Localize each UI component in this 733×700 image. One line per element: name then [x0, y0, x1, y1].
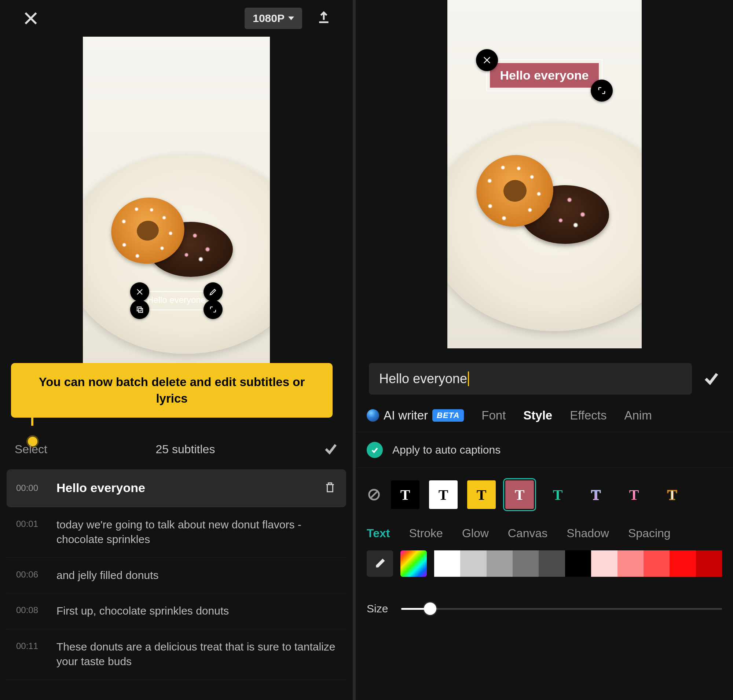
tab-style[interactable]: Style — [523, 409, 552, 422]
subtitle-time: 00:01 — [16, 518, 46, 529]
subtitle-row[interactable]: 00:00Hello everyone — [7, 469, 346, 507]
caption-delete-handle[interactable] — [130, 282, 149, 301]
subtitle-list-header: Select 25 subtitles — [0, 435, 353, 464]
style-preset-5[interactable]: T — [581, 480, 610, 509]
color-swatch-0[interactable] — [434, 550, 460, 577]
subtitle-row[interactable]: 00:06and jelly filled donuts — [7, 558, 346, 594]
resolution-label: 1080P — [253, 12, 284, 25]
caption-delete-handle[interactable] — [476, 49, 498, 71]
right-preview-wrap: Hello everyone — [356, 0, 733, 349]
resize-icon — [209, 305, 218, 314]
style-preset-2[interactable]: T — [467, 480, 496, 509]
color-swatches — [434, 550, 722, 577]
color-swatch-1[interactable] — [460, 550, 486, 577]
tab-effects[interactable]: Effects — [570, 409, 606, 422]
svg-rect-1 — [138, 308, 143, 312]
video-preview-left[interactable]: Hello everyone — [83, 37, 270, 371]
color-swatch-4[interactable] — [539, 550, 565, 577]
size-label: Size — [366, 603, 388, 615]
preset-none[interactable] — [366, 487, 381, 502]
batch-edit-tooltip: You can now batch delete and edit subtit… — [11, 363, 333, 418]
eyedropper-icon — [373, 557, 387, 570]
resolution-dropdown[interactable]: 1080P — [244, 8, 302, 29]
close-button[interactable] — [22, 10, 40, 27]
subtitle-text: These donuts are a delicious treat that … — [56, 640, 337, 669]
check-icon — [370, 446, 379, 454]
tab-anim[interactable]: Anim — [624, 409, 652, 422]
color-swatch-6[interactable] — [591, 550, 617, 577]
pencil-icon — [209, 287, 218, 296]
select-button[interactable]: Select — [15, 443, 47, 456]
caption-resize-handle[interactable] — [203, 300, 222, 319]
size-slider[interactable] — [401, 603, 722, 615]
eyedropper-button[interactable] — [366, 550, 393, 577]
caption-text-input[interactable]: Hello everyone — [369, 363, 692, 394]
caption-edit-handle[interactable] — [203, 282, 222, 301]
left-preview-wrap: Hello everyone — [0, 37, 353, 371]
style-preset-4[interactable]: T — [543, 480, 572, 509]
subtitle-text: First up, chocolate sprinkles donuts — [56, 604, 337, 619]
style-editor-pane: Hello everyone Hello everyone AI writer … — [356, 0, 733, 700]
export-button[interactable] — [317, 10, 331, 26]
style-preset-1[interactable]: T — [429, 480, 458, 509]
caption-overlay-left[interactable]: Hello everyone — [139, 291, 214, 310]
copy-icon — [135, 305, 144, 314]
subtab-glow[interactable]: Glow — [462, 526, 489, 540]
color-swatch-8[interactable] — [643, 550, 670, 577]
svg-rect-0 — [137, 307, 141, 311]
subtab-text[interactable]: Text — [366, 526, 390, 540]
subtitle-count: 25 subtitles — [156, 443, 215, 456]
resize-icon — [597, 85, 607, 96]
caption-overlay-text: Hello everyone — [147, 295, 206, 305]
subtab-stroke[interactable]: Stroke — [409, 526, 443, 540]
color-swatch-5[interactable] — [565, 550, 591, 577]
caption-overlay-text: Hello everyone — [500, 68, 589, 82]
color-swatch-2[interactable] — [487, 550, 513, 577]
caption-copy-handle[interactable] — [130, 300, 149, 319]
color-swatch-10[interactable] — [696, 550, 722, 577]
check-icon — [703, 370, 720, 387]
tab-font[interactable]: Font — [481, 409, 506, 422]
subtitle-time: 00:11 — [16, 640, 46, 651]
ai-writer-button[interactable]: AI writer BETA — [366, 409, 464, 422]
subtab-spacing[interactable]: Spacing — [628, 526, 671, 540]
confirm-subtitles-button[interactable] — [324, 441, 338, 457]
subtitle-row[interactable]: 00:01today we're going to talk about new… — [7, 507, 346, 558]
subtitle-editor-pane: 1080P Hello everyone — [0, 0, 356, 700]
caption-input-row: Hello everyone — [356, 355, 733, 403]
none-icon — [367, 488, 381, 501]
caption-resize-handle[interactable] — [591, 79, 613, 101]
beta-badge: BETA — [432, 409, 464, 422]
subtitle-row[interactable]: 00:08First up, chocolate sprinkles donut… — [7, 593, 346, 629]
caption-overlay-right[interactable]: Hello everyone — [486, 59, 603, 91]
subtitle-delete-button[interactable] — [324, 481, 337, 496]
subtitle-list[interactable]: 00:00Hello everyone00:01today we're goin… — [7, 469, 346, 700]
subtitle-time: 00:08 — [16, 604, 46, 615]
style-preset-0[interactable]: T — [391, 480, 419, 509]
subtitle-row[interactable]: 00:11These donuts are a delicious treat … — [7, 629, 346, 680]
top-right-controls: 1080P — [244, 8, 331, 29]
apply-to-captions-row: Apply to auto captions — [356, 432, 733, 468]
close-icon — [23, 10, 39, 26]
style-preset-7[interactable]: T — [658, 480, 686, 509]
confirm-text-button[interactable] — [703, 370, 720, 388]
subtitle-text: and jelly filled donuts — [56, 568, 337, 583]
size-slider-row: Size — [356, 588, 733, 629]
color-swatch-3[interactable] — [513, 550, 539, 577]
subtab-shadow[interactable]: Shadow — [567, 526, 609, 540]
apply-toggle[interactable] — [366, 442, 383, 458]
color-swatch-7[interactable] — [618, 550, 643, 577]
caption-overlay-inner: Hello everyone — [490, 63, 599, 88]
color-swatch-9[interactable] — [670, 550, 696, 577]
style-preset-3[interactable]: T — [505, 480, 534, 509]
color-spectrum-button[interactable] — [400, 550, 427, 577]
subtitle-text: today we're going to talk about new donu… — [56, 518, 337, 547]
trash-icon — [324, 481, 337, 494]
slider-thumb[interactable] — [424, 603, 436, 615]
close-icon — [482, 55, 492, 65]
chevron-down-icon — [288, 16, 294, 20]
ai-writer-label: AI writer — [384, 409, 428, 422]
style-preset-6[interactable]: T — [620, 480, 648, 509]
subtab-canvas[interactable]: Canvas — [508, 526, 548, 540]
video-preview-right[interactable]: Hello everyone — [447, 0, 642, 349]
